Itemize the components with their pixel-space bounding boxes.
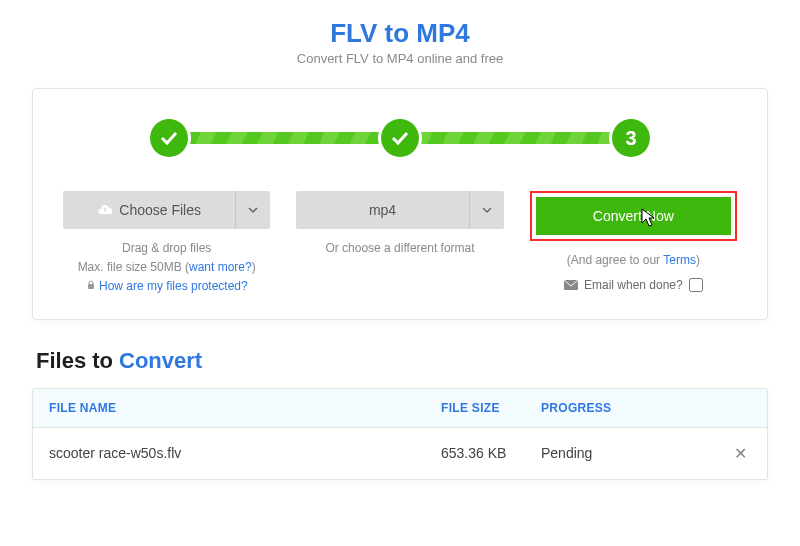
col-header-name: FILE NAME — [49, 401, 441, 415]
choose-files-column: Choose Files Drag & drop files Max. file… — [63, 191, 270, 297]
choose-files-caret[interactable] — [236, 191, 270, 229]
main-card: 3 Choose Files Drag & drop files — [32, 88, 768, 320]
want-more-link[interactable]: want more? — [189, 260, 252, 274]
page-title: FLV to MP4 — [32, 18, 768, 49]
step-3-circle: 3 — [612, 119, 650, 157]
max-size-hint: Max. file size 50MB (want more?) — [78, 258, 256, 277]
svg-rect-0 — [88, 284, 94, 289]
format-caret[interactable] — [470, 191, 504, 229]
format-select-button[interactable]: mp4 — [296, 191, 469, 229]
check-icon — [159, 128, 179, 148]
terms-link[interactable]: Terms — [663, 253, 696, 267]
check-icon — [390, 128, 410, 148]
table-header: FILE NAME FILE SIZE PROGRESS — [33, 389, 767, 427]
drag-drop-hint: Drag & drop files — [78, 239, 256, 258]
table-row: scooter race-w50s.flv 653.36 KB Pending … — [33, 427, 767, 479]
file-progress-cell: Pending — [541, 445, 592, 461]
protection-link[interactable]: How are my files protected? — [99, 279, 248, 293]
format-hint: Or choose a different format — [325, 239, 474, 258]
step-progress: 3 — [150, 119, 650, 157]
protection-row: How are my files protected? — [78, 277, 256, 296]
chevron-down-icon — [248, 205, 258, 215]
chevron-down-icon — [482, 205, 492, 215]
convert-highlight-box: Convert Now — [530, 191, 737, 241]
step-1-circle — [150, 119, 188, 157]
files-section-title: Files to Convert — [36, 348, 768, 374]
step-2-circle — [381, 119, 419, 157]
col-header-progress: PROGRESS — [541, 401, 751, 415]
convert-now-button[interactable]: Convert Now — [536, 197, 731, 235]
format-column: mp4 Or choose a different format — [296, 191, 503, 297]
lock-icon — [86, 280, 96, 290]
choose-files-button[interactable]: Choose Files — [63, 191, 236, 229]
convert-column: Convert Now (And agree to our Terms) Ema… — [530, 191, 737, 297]
convert-now-label: Convert Now — [593, 208, 674, 224]
email-when-done-label: Email when done? — [584, 278, 683, 292]
file-name-cell: scooter race-w50s.flv — [49, 445, 441, 461]
page-subtitle: Convert FLV to MP4 online and free — [32, 51, 768, 66]
page-header: FLV to MP4 Convert FLV to MP4 online and… — [32, 18, 768, 66]
cloud-upload-icon — [97, 202, 113, 218]
remove-file-button[interactable]: ✕ — [730, 444, 751, 463]
col-header-size: FILE SIZE — [441, 401, 541, 415]
choose-files-label: Choose Files — [119, 202, 201, 218]
selected-format: mp4 — [369, 202, 396, 218]
email-when-done-checkbox[interactable] — [689, 278, 703, 292]
file-size-cell: 653.36 KB — [441, 445, 541, 461]
mail-icon — [564, 280, 578, 290]
files-table: FILE NAME FILE SIZE PROGRESS scooter rac… — [32, 388, 768, 480]
step-3-label: 3 — [625, 127, 636, 150]
